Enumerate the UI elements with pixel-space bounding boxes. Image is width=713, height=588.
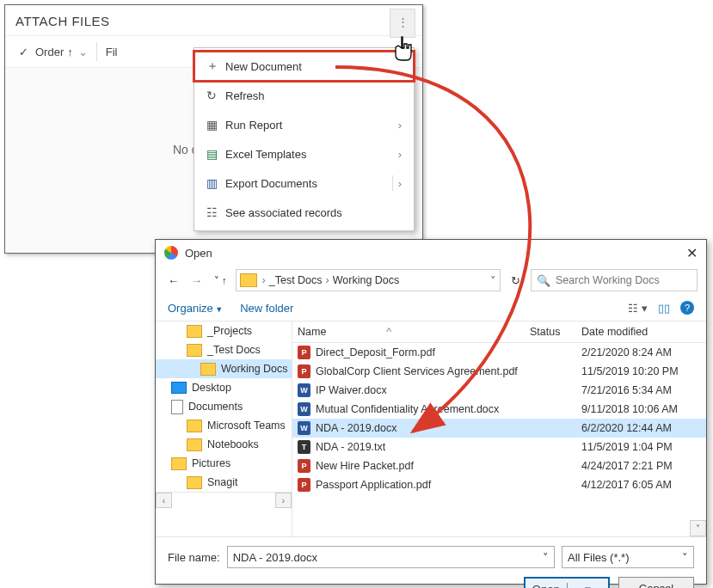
nav-back-button[interactable]: ← [164,273,182,289]
column-date[interactable]: Date modified [581,326,706,338]
tree-node-label: _Projects [207,325,252,337]
column-name[interactable]: Name^ [298,326,530,338]
filename-value: NDA - 2019.docx [233,551,317,564]
tree-node[interactable]: _Projects [156,322,292,340]
file-type-icon: P [298,459,310,473]
nav-up-button[interactable]: ˅ ↑ [211,273,230,288]
folder-icon [187,476,202,489]
scroll-down-button[interactable]: ˅ [690,520,706,536]
menu-run-report[interactable]: ▦ Run Report › [194,110,414,139]
scroll-right-button[interactable]: › [275,493,292,508]
chevron-right-icon[interactable]: › [398,177,402,190]
organize-button[interactable]: Organize [168,302,223,315]
search-box[interactable]: 🔍 [531,269,698,291]
open-split-chevron-icon[interactable]: ▾ [567,583,609,589]
file-type-icon: W [298,383,310,397]
search-input[interactable] [554,273,692,287]
crumb-level2[interactable]: Working Docs [333,274,400,286]
chevron-down-icon[interactable]: ⌄ [78,46,88,58]
records-icon: ☷ [206,205,225,219]
attach-files-title: ATTACH FILES [5,5,422,35]
folder-icon [187,420,202,432]
tree-node[interactable]: Pictures [156,454,292,473]
menu-run-report-label: Run Report [225,119,398,132]
tree-node[interactable]: Notebooks [156,435,292,454]
report-icon: ▦ [206,118,225,132]
filename-combo[interactable]: NDA - 2019.docx ˅ [227,546,555,568]
file-filter-cutoff[interactable]: Fil [106,46,118,58]
scroll-left-button[interactable]: ‹ [156,493,172,508]
chrome-icon [164,246,178,260]
check-icon[interactable]: ✓ [19,46,28,58]
tree-node[interactable]: Documents [156,397,292,416]
file-name: GlobalCorp Client Services Agreement.pdf [316,365,518,377]
toolbar-divider [96,42,97,61]
tree-node[interactable]: Microsoft Teams [156,416,292,435]
file-open-dialog: Open ✕ ← → ˅ ↑ › _Test Docs › Working Do… [155,239,707,585]
refresh-icon: ↻ [206,89,225,102]
folder-icon [187,325,202,338]
chevron-down-icon[interactable]: ˅ [490,274,496,287]
dialog-titlebar: Open ✕ [156,240,706,266]
refresh-button[interactable]: ↻ [506,273,526,289]
tree-node[interactable]: Snagit [156,473,292,492]
tree-node-label: Snagit [207,476,237,488]
file-row[interactable]: PNew Hire Packet.pdf4/24/2017 2:21 PM [292,456,706,475]
tree-node[interactable]: Desktop [156,378,292,397]
preview-pane-button[interactable]: ▯▯ [658,302,670,315]
open-button[interactable]: Open ▾ [524,577,610,588]
file-name: NDA - 2019.docx [316,422,397,434]
nav-forward-button[interactable]: → [187,273,206,289]
breadcrumb[interactable]: › _Test Docs › Working Docs ˅ [236,269,501,291]
new-folder-button[interactable]: New folder [240,302,293,315]
dialog-bottom: File name: NDA - 2019.docx ˅ All Files (… [156,536,706,588]
file-row[interactable]: WNDA - 2019.docx6/2/2020 12:44 AM [292,419,706,438]
tree-node[interactable]: Working Docs [156,359,292,378]
chevron-down-icon[interactable]: ˅ [682,551,688,564]
folder-icon [171,382,187,394]
file-name: Passport Application.pdf [316,479,431,491]
file-row[interactable]: WIP Waiver.docx7/21/2016 5:34 AM [292,381,706,400]
chevron-down-icon[interactable]: ˅ [543,551,549,564]
sort-asc-icon[interactable]: ↑ [67,46,73,58]
help-icon[interactable]: ? [680,301,694,315]
file-row[interactable]: PDirect_Deposit_Form.pdf2/21/2020 8:24 A… [292,343,706,362]
tree-node-label: Microsoft Teams [207,420,286,432]
folder-tree[interactable]: _Projects_Test DocsWorking DocsDesktopDo… [156,322,292,536]
menu-new-document-label: New Document [225,60,402,73]
tree-node[interactable]: _Test Docs [156,340,292,359]
menu-new-document[interactable]: ＋ New Document [194,52,414,81]
file-row[interactable]: PGlobalCorp Client Services Agreement.pd… [292,362,706,381]
file-name: IP Waiver.docx [316,384,387,396]
file-type-icon: T [298,440,310,454]
file-row[interactable]: TNDA - 2019.txt11/5/2019 1:04 PM [292,438,706,456]
list-header: Name^ Status Date modified [292,322,706,343]
file-row[interactable]: PPassport Application.pdf4/12/2017 6:05 … [292,475,706,494]
close-icon[interactable]: ✕ [686,245,698,261]
view-options-button[interactable]: ☷ ▾ [628,302,648,315]
file-type-filter[interactable]: All Files (*.*) ˅ [562,546,694,568]
tree-node-label: Desktop [192,382,231,394]
file-type-icon: P [298,364,310,378]
file-name: Direct_Deposit_Form.pdf [316,346,435,358]
folder-icon [200,363,216,376]
crumb-level1[interactable]: _Test Docs [269,274,323,286]
menu-excel-templates-label: Excel Templates [225,148,398,161]
more-commands-button[interactable]: ⋮ [390,9,415,38]
column-status[interactable]: Status [530,326,581,338]
navigation-row: ← → ˅ ↑ › _Test Docs › Working Docs ˅ ↻ … [156,266,706,295]
plus-icon: ＋ [206,58,225,74]
file-date: 11/5/2019 10:20 PM [581,365,706,377]
menu-excel-templates[interactable]: ▤ Excel Templates › [194,139,414,168]
chevron-right-icon: › [326,274,329,286]
commands-flyout-menu: ＋ New Document ↻ Refresh ▦ Run Report › … [194,47,415,231]
menu-see-associated[interactable]: ☷ See associated records [194,198,414,227]
file-row[interactable]: WMutual Confidentiality Agreement.docx9/… [292,400,706,419]
menu-refresh[interactable]: ↻ Refresh [194,81,414,110]
menu-export-documents[interactable]: ▥ Export Documents › [194,168,414,198]
cancel-button[interactable]: Cancel [618,577,694,588]
file-list[interactable]: Name^ Status Date modified PDirect_Depos… [292,322,706,536]
file-name: Mutual Confidentiality Agreement.docx [316,403,499,415]
file-name: New Hire Packet.pdf [316,460,414,472]
order-column-header[interactable]: Order [35,46,64,58]
